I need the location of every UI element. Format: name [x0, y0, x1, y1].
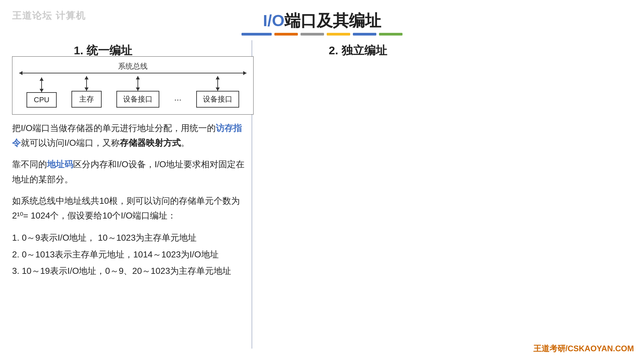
- color-bar: [241, 33, 402, 36]
- node-device1: 设备接口: [116, 76, 159, 108]
- bus-arrow: [19, 73, 247, 73]
- color-seg-3: [301, 33, 324, 36]
- node-device2: 设备接口: [196, 76, 239, 108]
- title-io-part: I/O: [263, 12, 284, 29]
- page-title: I/O端口及其编址: [263, 12, 381, 29]
- node-box-cpu: CPU: [26, 92, 57, 108]
- paragraph-1: 把I/O端口当做存储器的单元进行地址分配，用统一的访存指令就可以访问I/O端口，…: [12, 121, 249, 150]
- bus-line: [19, 73, 247, 73]
- color-seg-1: [241, 33, 272, 36]
- p1-text3: 。: [181, 138, 190, 148]
- node-box-device1: 设备接口: [116, 91, 159, 108]
- bus-label: 系统总线: [19, 61, 247, 71]
- node-cpu: CPU: [26, 77, 57, 108]
- p1-text1: 把I/O端口当做存储器的单元进行地址分配，用统一的: [12, 123, 216, 133]
- list-item-3: 3. 10～19表示I/O地址，0～9、20～1023为主存单元地址: [12, 263, 249, 279]
- paragraph-3: 如系统总线中地址线共10根，则可以访问的存储单元个数为2¹⁰= 1024个，假设…: [12, 193, 249, 223]
- p2-text1: 靠不同的: [12, 159, 47, 169]
- node-arrow-device2: [217, 76, 218, 91]
- color-seg-6: [379, 33, 402, 36]
- list-item-2: 2. 0～1013表示主存单元地址，1014～1023为I/O地址: [12, 246, 249, 263]
- color-seg-2: [274, 33, 298, 36]
- node-ellipsis: ···: [174, 78, 181, 106]
- system-bus-diagram: 系统总线 CPU 主存 设备接口 ··· 设备接口: [12, 56, 254, 115]
- p1-highlight-mapping: 存储器映射方式: [120, 138, 181, 148]
- content-area: 把I/O端口当做存储器的单元进行地址分配，用统一的访存指令就可以访问I/O端口，…: [12, 121, 249, 279]
- list-item-1: 1. 0～9表示I/O地址， 10～1023为主存单元地址: [12, 230, 249, 246]
- node-box-device2: 设备接口: [196, 91, 239, 108]
- node-arrow-mainmem: [86, 76, 87, 91]
- node-arrow-cpu: [41, 77, 42, 92]
- color-seg-5: [353, 33, 376, 36]
- list-area: 1. 0～9表示I/O地址， 10～1023为主存单元地址 2. 0～1013表…: [12, 230, 249, 279]
- node-arrow-device1: [138, 76, 138, 91]
- node-box-mainmem: 主存: [71, 91, 102, 108]
- nodes-row: CPU 主存 设备接口 ··· 设备接口: [19, 76, 247, 108]
- p1-text2: 就可以访问I/O端口，又称: [21, 138, 120, 148]
- paragraph-2: 靠不同的地址码区分内存和I/O设备，I/O地址要求相对固定在地址的某部分。: [12, 157, 249, 186]
- watermark-bottom: 王道考研/CSKAOYAN.COM: [533, 343, 634, 354]
- title-rest: 端口及其编址: [284, 12, 381, 29]
- p2-highlight-addr: 地址码: [47, 159, 73, 169]
- color-seg-4: [327, 33, 350, 36]
- title-area: I/O端口及其编址: [0, 10, 644, 32]
- p3-text: 如系统总线中地址线共10根，则可以访问的存储单元个数为2¹⁰= 1024个，假设…: [12, 196, 240, 221]
- section-heading-2: 2. 独立编址: [329, 43, 387, 58]
- node-mainmem: 主存: [71, 76, 102, 108]
